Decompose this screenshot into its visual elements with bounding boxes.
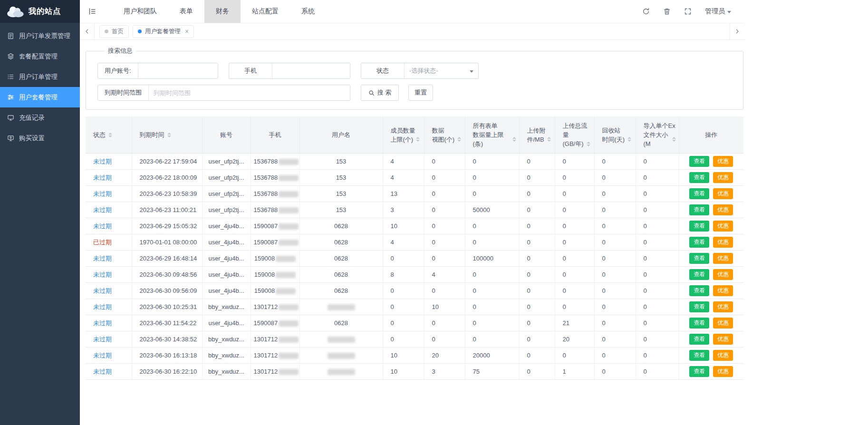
discount-button[interactable]: 优惠 (713, 318, 733, 328)
sidebar-item-package-config[interactable]: 套餐配置管理 (0, 46, 80, 67)
discount-button[interactable]: 优惠 (713, 301, 733, 312)
sort-caret-icon[interactable] (627, 137, 631, 142)
header-label: 到期时间 (140, 130, 199, 139)
fullscreen-icon[interactable] (684, 8, 692, 15)
discount-button[interactable]: 优惠 (713, 188, 733, 199)
view-button[interactable]: 查看 (689, 269, 709, 280)
masked-username (328, 369, 355, 375)
view-button[interactable]: 查看 (689, 366, 709, 377)
phone-cell: 159008 (251, 251, 299, 267)
reset-button[interactable]: 重置 (408, 85, 433, 101)
chevron-down-icon (727, 11, 731, 13)
sidebar-item-user-order[interactable]: 用户订单管理 (0, 67, 80, 87)
header-label: 成员数量 (391, 126, 421, 135)
discount-button[interactable]: 优惠 (713, 172, 733, 183)
nav-item-finance[interactable]: 财务 (204, 0, 241, 23)
view-button[interactable]: 查看 (689, 285, 709, 296)
refresh-icon[interactable] (642, 8, 650, 15)
account-input[interactable] (138, 63, 218, 78)
upload-traffic-cell: 0 (555, 267, 594, 283)
view-button[interactable]: 查看 (689, 172, 709, 183)
column-header[interactable]: 所有表单数据量上限(条) (465, 116, 519, 154)
logo: 我的站点 (0, 0, 80, 23)
expire-time-cell: 2023-06-29 16:48:14 (132, 251, 202, 267)
column-header[interactable]: 导入单个Ex文件大小(M (636, 116, 679, 154)
column-header[interactable]: 上传附件/MB (519, 116, 555, 154)
nav-item-label: 用户和团队 (124, 7, 157, 16)
status-text: 未过期 (93, 287, 112, 294)
status-cell: 未过期 (86, 283, 132, 299)
column-header[interactable]: 数据视图(个) (424, 116, 465, 154)
column-header[interactable]: 到期时间 (132, 116, 202, 154)
discount-button[interactable]: 优惠 (713, 350, 733, 361)
sidebar-collapse-icon[interactable] (80, 0, 105, 23)
discount-button[interactable]: 优惠 (713, 269, 733, 280)
sort-caret-icon[interactable] (672, 137, 676, 142)
excel-size-cell: 0 (636, 154, 679, 170)
tab-close-icon[interactable]: × (185, 28, 189, 35)
view-button[interactable]: 查看 (689, 237, 709, 248)
tabs-scroll-left-icon[interactable] (80, 23, 95, 39)
nav-item-site-config[interactable]: 站点配置 (241, 0, 290, 23)
app-root: 我的站点 用户订单发票管理套餐配置管理用户订单管理用户套餐管理充值记录购买设置 … (0, 0, 744, 425)
view-button[interactable]: 查看 (689, 156, 709, 167)
discount-button[interactable]: 优惠 (713, 366, 733, 377)
form-data-limit-cell: 75 (465, 364, 519, 380)
recycle-days-cell: 0 (594, 348, 636, 364)
view-button[interactable]: 查看 (689, 188, 709, 199)
discount-button[interactable]: 优惠 (713, 156, 733, 167)
nav-item-users-teams[interactable]: 用户和团队 (112, 0, 168, 23)
column-header[interactable]: 状态 (86, 116, 132, 154)
discount-button[interactable]: 优惠 (713, 204, 733, 215)
discount-button[interactable]: 优惠 (713, 253, 733, 264)
sidebar: 我的站点 用户订单发票管理套餐配置管理用户订单管理用户套餐管理充值记录购买设置 (0, 0, 80, 425)
recharge-icon (7, 114, 14, 121)
sort-caret-icon[interactable] (547, 137, 551, 142)
view-button[interactable]: 查看 (689, 350, 709, 361)
sort-caret-icon[interactable] (416, 137, 420, 142)
nav-item-forms[interactable]: 表单 (168, 0, 204, 23)
upload-attachment-cell: 0 (519, 170, 555, 186)
discount-button[interactable]: 优惠 (713, 237, 733, 248)
member-limit-cell: 4 (383, 234, 424, 251)
sidebar-item-purchase-settings[interactable]: 购买设置 (0, 128, 80, 148)
view-button[interactable]: 查看 (689, 301, 709, 312)
phone-cell: 1301712 (251, 348, 299, 364)
sort-caret-icon[interactable] (167, 133, 171, 137)
view-button[interactable]: 查看 (689, 204, 709, 215)
column-header[interactable]: 回收站时间(天) (594, 116, 636, 154)
sort-caret-icon[interactable] (457, 137, 461, 142)
status-select[interactable]: -选择状态- (405, 63, 478, 78)
masked-digits (279, 207, 299, 213)
column-header[interactable]: 上传总流量(GB/年) (555, 116, 594, 154)
column-header: 用户名 (299, 116, 383, 154)
view-button[interactable]: 查看 (689, 318, 709, 328)
sidebar-item-user-package[interactable]: 用户套餐管理 (0, 87, 80, 107)
admin-dropdown[interactable]: 管理员 (705, 7, 731, 16)
view-button[interactable]: 查看 (689, 253, 709, 264)
phone-cell: 159008 (251, 267, 299, 283)
view-button[interactable]: 查看 (689, 221, 709, 232)
recycle-days-cell: 0 (594, 331, 636, 348)
tabs-scroll-right-icon[interactable] (730, 23, 744, 39)
discount-button[interactable]: 优惠 (713, 285, 733, 296)
sidebar-item-user-order-invoice[interactable]: 用户订单发票管理 (0, 26, 80, 46)
sidebar-item-recharge-records[interactable]: 充值记录 (0, 107, 80, 128)
phone-input[interactable] (272, 63, 350, 78)
discount-button[interactable]: 优惠 (713, 221, 733, 232)
account-cell: bby_xwduz... (202, 299, 251, 315)
discount-button[interactable]: 优惠 (713, 334, 733, 345)
search-button[interactable]: 搜 索 (361, 85, 399, 101)
sort-caret-icon[interactable] (108, 133, 112, 137)
date-range-input[interactable] (149, 85, 350, 100)
sort-caret-icon[interactable] (512, 137, 516, 142)
upload-traffic-cell: 0 (555, 218, 594, 234)
column-header[interactable]: 成员数量上限(个) (383, 116, 424, 154)
tab-user-package[interactable]: 用户套餐管理× (133, 25, 194, 38)
view-button[interactable]: 查看 (689, 334, 709, 345)
sort-caret-icon[interactable] (587, 142, 590, 146)
tab-home[interactable]: 首页 (99, 25, 129, 38)
username-cell: 153 (299, 202, 383, 218)
nav-item-system[interactable]: 系统 (290, 0, 326, 23)
trash-icon[interactable] (663, 8, 671, 15)
